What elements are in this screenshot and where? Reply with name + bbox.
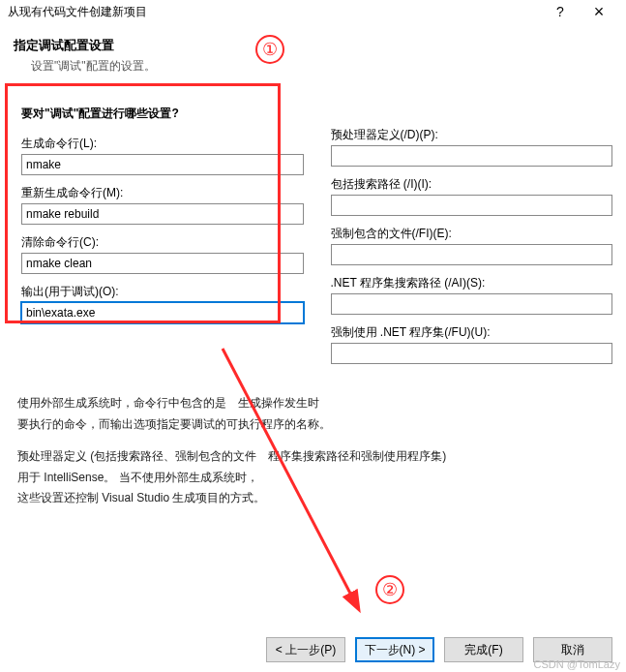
clean-cmd-label: 清除命令行(C): (21, 234, 304, 251)
forced-input[interactable] (331, 244, 613, 265)
titlebar: 从现有代码文件创建新项目 ? × (0, 0, 626, 23)
wizard-content: 指定调试配置设置 设置"调试"配置的设置。 要对"调试"配置进行哪些设置? 生成… (0, 23, 626, 509)
rebuild-cmd-input[interactable] (21, 203, 304, 225)
preproc-input[interactable] (331, 145, 613, 167)
left-column: 要对"调试"配置进行哪些设置? 生成命令行(L): 重新生成命令行(M): 清除… (14, 88, 312, 364)
clean-cmd-input[interactable] (21, 253, 304, 274)
preproc-label: 预处理器定义(/D)(P): (331, 127, 613, 143)
forced-label: 强制包含的文件(/FI)(E): (331, 226, 613, 242)
close-button[interactable]: × (580, 2, 618, 22)
window-title: 从现有代码文件创建新项目 (8, 4, 541, 20)
forcedusing-input[interactable] (331, 343, 613, 364)
page-heading: 指定调试配置设置 (14, 37, 612, 54)
next-button[interactable]: 下一步(N) > (355, 637, 434, 662)
assembly-label: .NET 程序集搜索路径 (/AI)(S): (331, 275, 613, 291)
prev-button[interactable]: < 上一步(P) (266, 637, 345, 662)
include-label: 包括搜索路径 (/I)(I): (331, 176, 613, 193)
page-subheading: 设置"调试"配置的设置。 (31, 58, 612, 75)
assembly-input[interactable] (331, 293, 613, 315)
watermark: CSDN @TomLazy (534, 658, 620, 670)
output-input[interactable] (21, 302, 304, 323)
output-label: 输出(用于调试)(O): (21, 284, 304, 300)
build-cmd-input[interactable] (21, 154, 304, 175)
right-column: 预处理器定义(/D)(P): 包括搜索路径 (/I)(I): 强制包含的文件(/… (331, 88, 613, 364)
forcedusing-label: 强制使用 .NET 程序集(/FU)(U): (331, 324, 613, 341)
annotation-circle-2: ② (375, 575, 404, 604)
help-button[interactable]: ? (541, 4, 580, 19)
include-input[interactable] (331, 195, 613, 216)
build-cmd-label: 生成命令行(L): (21, 136, 304, 152)
finish-button[interactable]: 完成(F) (444, 637, 523, 662)
section-question: 要对"调试"配置进行哪些设置? (21, 106, 304, 122)
rebuild-cmd-label: 重新生成命令行(M): (21, 185, 304, 201)
description-text: 使用外部生成系统时，命令行中包含的是新生成操作发生时 要执行的命令，而输出选项指… (14, 393, 612, 509)
